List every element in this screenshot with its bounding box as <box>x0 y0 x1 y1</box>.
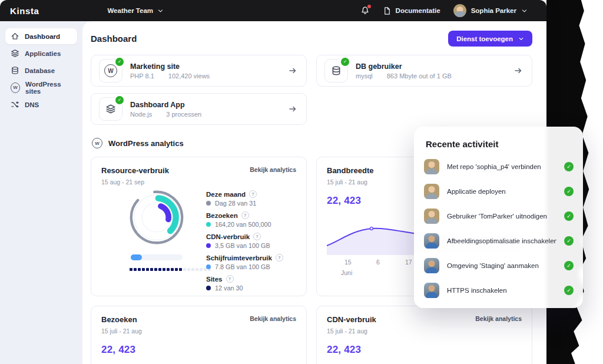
help-icon[interactable] <box>253 233 261 240</box>
activity-item: Gebruiker 'TomParker' uitnodigen <box>424 209 574 224</box>
activity-item: Afbeeldingsoptimalisatie inschakelen <box>424 233 574 249</box>
date-range: 15 aug - 21 sep <box>101 178 296 186</box>
disk-usage-bar <box>131 254 183 260</box>
card-title: CDN-verbruik <box>327 315 376 324</box>
service-cards: Marketing site PHP 8.1 102,420 views <box>91 55 532 125</box>
service-card-db-gebruiker[interactable]: DB gebruiker mysql 863 Mbyte out of 1 GB <box>316 55 532 87</box>
legend-item: CDN-verbruik 3,5 GB van 100 GB <box>206 233 296 249</box>
line-marker <box>370 227 373 230</box>
help-icon[interactable] <box>241 211 249 219</box>
layers-icon <box>11 49 19 58</box>
avatar <box>424 283 439 298</box>
status-ok-badge <box>340 57 350 67</box>
service-icon <box>99 59 122 82</box>
chevron-down-icon <box>157 8 164 14</box>
legend-value: Dag 28 van 31 <box>215 200 256 207</box>
add-service-button[interactable]: Dienst toevoegen <box>448 31 532 47</box>
help-icon[interactable] <box>249 190 257 198</box>
status-ok-badge <box>114 57 125 67</box>
legend-label: Sites <box>206 276 223 283</box>
user-name: Sophia Parker <box>471 7 516 14</box>
service-name: Dashboard App <box>130 101 289 109</box>
section-title: WordPress analytics <box>108 139 184 148</box>
view-analytics-link[interactable]: Bekijk analytics <box>250 166 296 173</box>
user-avatar <box>453 4 466 17</box>
legend-label: CDN-verbruik <box>206 233 250 240</box>
avatar <box>424 209 439 224</box>
sidebar: Dashboard Applicaties Database WordPress… <box>0 21 82 364</box>
check-icon <box>564 162 574 171</box>
documentation-link[interactable]: Documentatie <box>383 6 440 15</box>
legend-value: 3,5 GB van 100 GB <box>215 242 270 249</box>
sidebar-item-applicaties[interactable]: Applicaties <box>5 45 77 61</box>
legend-dot <box>206 264 211 269</box>
legend-label: Bezoeken <box>206 212 238 219</box>
x-axis-label: Juni <box>341 269 352 276</box>
card-title: Resource-verbruik <box>101 166 169 175</box>
sites-usage-squares <box>130 268 211 271</box>
card-title: Bandbreedte <box>327 166 373 175</box>
layers-icon <box>105 104 116 114</box>
activity-text: HTTPS inschakelen <box>447 287 556 294</box>
wordpress-icon <box>104 64 117 77</box>
arrow-right-icon[interactable] <box>514 67 522 75</box>
database-icon <box>331 65 342 76</box>
dns-icon <box>11 100 19 109</box>
service-runtime: mysql <box>356 72 373 80</box>
service-icon <box>324 59 348 82</box>
date-range: 15 juli - 21 aug <box>327 327 522 335</box>
view-analytics-link[interactable]: Bekijk analytics <box>475 315 522 322</box>
sidebar-item-database[interactable]: Database <box>5 62 77 78</box>
arrow-right-icon[interactable] <box>289 105 297 113</box>
help-icon[interactable] <box>226 275 234 283</box>
help-icon[interactable] <box>276 254 283 262</box>
notifications-button[interactable] <box>360 6 370 15</box>
sidebar-item-dashboard[interactable]: Dashboard <box>5 28 77 44</box>
service-runtime: PHP 8.1 <box>130 72 154 80</box>
database-icon <box>11 66 19 75</box>
legend-dot <box>206 201 211 206</box>
legend-item: Schijfruimteverbruik 7.8 GB van 100 GB <box>206 254 296 270</box>
sidebar-item-label: WordPress sites <box>25 81 72 95</box>
recent-activity-panel: Recente activiteit Met repo 'sophia_p4' … <box>414 127 583 308</box>
legend-value: 164,20 van 500,000 <box>215 221 271 228</box>
kinsta-logo: Kinsta <box>10 6 39 16</box>
service-stat: 3 processen <box>166 111 201 118</box>
activity-text: Met repo 'sophia_p4' verbinden <box>447 163 556 170</box>
chevron-down-icon <box>521 8 528 14</box>
page-title: Dashboard <box>91 34 137 44</box>
cdn-value: 22, 423 <box>327 344 522 356</box>
legend-dot <box>206 243 211 248</box>
avatar <box>424 184 439 199</box>
sidebar-item-wordpress-sites[interactable]: WordPress sites <box>5 80 77 95</box>
avatar <box>424 233 439 249</box>
check-icon <box>564 211 574 221</box>
sidebar-item-label: DNS <box>25 101 39 108</box>
user-menu[interactable]: Sophia Parker <box>453 4 528 17</box>
service-card-marketing-site[interactable]: Marketing site PHP 8.1 102,420 views <box>91 55 307 87</box>
arrow-right-icon[interactable] <box>289 67 297 75</box>
card-title: Bezoeken <box>101 315 137 324</box>
sidebar-item-dns[interactable]: DNS <box>5 97 77 112</box>
service-card-dashboard-app[interactable]: Dashboard App Node.js 3 processen <box>91 93 307 125</box>
topbar: Kinsta Weather Team Documentatie S <box>0 0 546 21</box>
check-icon <box>564 261 574 270</box>
legend-item: Sites 12 van 30 <box>206 275 296 292</box>
legend-dot <box>206 222 211 227</box>
legend-value: 12 van 30 <box>215 284 243 292</box>
x-tick: 6 <box>376 259 380 266</box>
home-icon <box>11 32 19 41</box>
x-tick: 17 <box>405 259 412 266</box>
card-bezoeken: Bezoeken Bekijk analytics 15 juli - 21 a… <box>91 306 307 364</box>
team-selector[interactable]: Weather Team <box>107 7 164 14</box>
wordpress-icon <box>92 138 102 148</box>
check-icon <box>564 286 574 295</box>
view-analytics-link[interactable]: Bekijk analytics <box>250 315 296 322</box>
service-runtime: Node.js <box>130 111 152 118</box>
activity-item: Omgeving 'Staging' aanmaken <box>424 258 574 273</box>
activity-item: HTTPS inschakelen <box>424 283 574 298</box>
service-name: DB gebruiker <box>356 62 514 71</box>
activity-item: Met repo 'sophia_p4' verbinden <box>424 159 574 174</box>
legend-label: Deze maand <box>206 191 246 198</box>
x-tick: 15 <box>344 259 352 266</box>
